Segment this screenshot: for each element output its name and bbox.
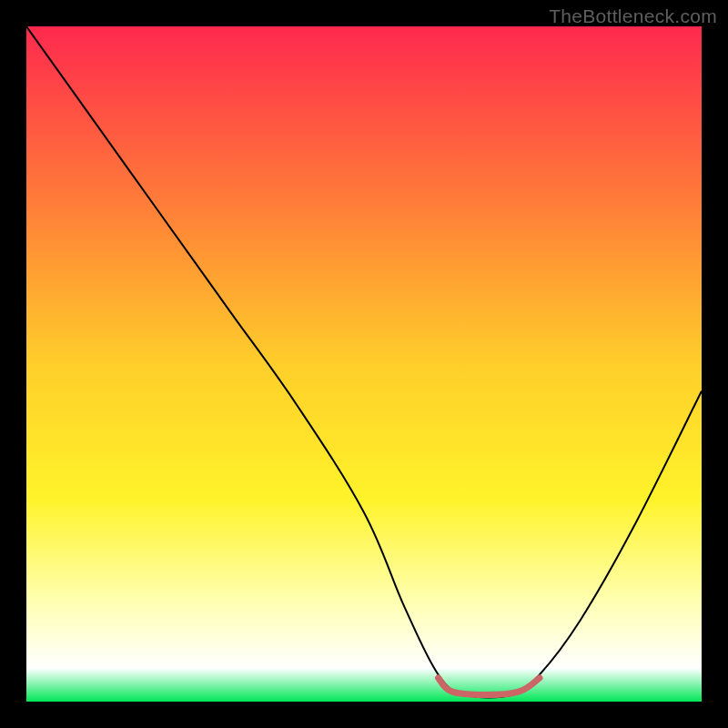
watermark-text: TheBottleneck.com (549, 5, 717, 27)
bottleneck-chart: TheBottleneck.com (0, 0, 728, 728)
plot-area (26, 26, 702, 702)
gradient-background (26, 26, 702, 702)
chart-svg (26, 26, 702, 702)
